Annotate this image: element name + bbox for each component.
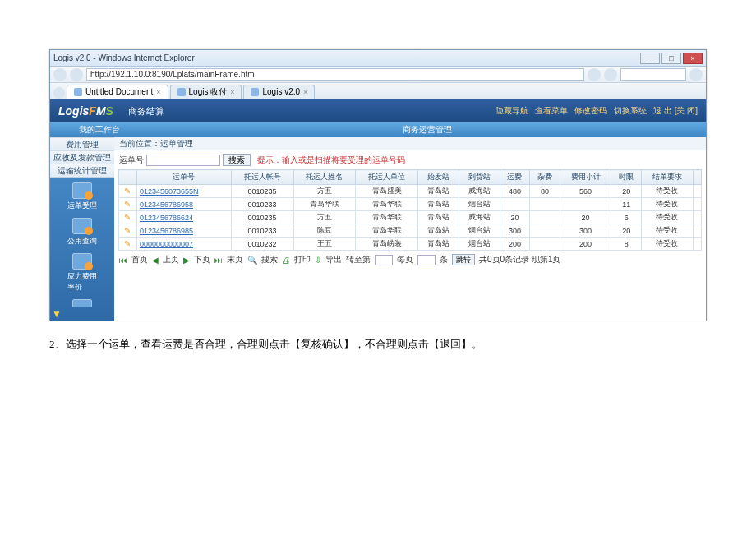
- stop-icon[interactable]: [604, 68, 617, 81]
- breadcrumb: 当前位置：运单管理: [114, 137, 706, 150]
- tab-close-icon[interactable]: ×: [303, 85, 307, 99]
- pencil-icon[interactable]: ✎: [124, 213, 131, 222]
- lim-cell: 20: [611, 224, 642, 238]
- edit-cell[interactable]: ✎: [119, 224, 137, 238]
- edit-cell[interactable]: ✎: [119, 211, 137, 224]
- tab-0[interactable]: Untitled Document×: [67, 85, 168, 99]
- sidebar-icon-settle[interactable]: 结算单: [67, 299, 97, 307]
- favorites-icon[interactable]: [53, 87, 65, 99]
- blank-cell: [693, 211, 701, 224]
- name-cell: 方五: [293, 185, 356, 198]
- edit-cell[interactable]: ✎: [119, 238, 137, 251]
- misc-cell: [530, 211, 560, 224]
- sidebar-expand-icon[interactable]: ▼: [50, 307, 114, 321]
- sidebar-icon-query[interactable]: 公用查询: [67, 218, 97, 247]
- goto-page-input[interactable]: [375, 255, 393, 265]
- search-icon[interactable]: 🔍: [247, 256, 257, 265]
- sidebar-item-stats[interactable]: 运输统计管理: [50, 164, 114, 177]
- pager-search[interactable]: 搜索: [261, 254, 278, 265]
- search-bar: 运单号 搜索 提示：输入或是扫描将要受理的运单号码: [114, 150, 706, 169]
- goto-button[interactable]: 跳转: [452, 254, 475, 265]
- link-exit[interactable]: 退 出 [关 闭]: [653, 105, 698, 117]
- link-change-pwd[interactable]: 修改密码: [574, 105, 607, 117]
- search-button[interactable]: 搜索: [223, 154, 251, 166]
- back-icon[interactable]: [53, 68, 67, 81]
- id-cell[interactable]: 0000000000007: [136, 238, 231, 251]
- last-page-icon[interactable]: ⏭: [214, 256, 223, 265]
- prev-page[interactable]: 上页: [163, 254, 179, 265]
- fee-cell: [500, 198, 530, 211]
- req-cell: 待受收: [641, 211, 693, 224]
- pencil-icon[interactable]: ✎: [124, 200, 131, 209]
- search-icon[interactable]: [689, 68, 703, 81]
- tab-2[interactable]: Logis v2.0×: [243, 85, 315, 99]
- to-cell: 威海站: [459, 211, 500, 224]
- pencil-icon[interactable]: ✎: [124, 239, 131, 248]
- tabbar: Untitled Document× Logis 收付× Logis v2.0×: [50, 83, 706, 99]
- subheader-right[interactable]: 商务运营管理: [149, 124, 706, 136]
- tab-1[interactable]: Logis 收付×: [170, 85, 242, 99]
- from-cell: 青岛站: [418, 198, 459, 211]
- edit-cell[interactable]: ✎: [119, 185, 137, 198]
- sidebar-item-receivable[interactable]: 应收及发款管理: [50, 150, 114, 164]
- tab-label: Untitled Document: [85, 85, 153, 99]
- id-cell[interactable]: 0123456786985: [136, 224, 231, 238]
- app-header: LogisFMS 商务结算 隐藏导航 查看菜单 修改密码 切换系统 退 出 [关…: [50, 99, 706, 122]
- link-switch-sys[interactable]: 切换系统: [614, 105, 647, 117]
- window-title: Logis v2.0 - Windows Internet Explorer: [53, 53, 195, 62]
- id-cell[interactable]: 0123456073655N: [136, 185, 231, 198]
- blank-cell: [693, 238, 701, 251]
- sidebar-top-menu: 费用管理 应收及发款管理 运输统计管理: [50, 137, 114, 178]
- last-page[interactable]: 末页: [227, 254, 243, 265]
- subheader-left[interactable]: 我的工作台: [50, 124, 149, 136]
- page-size-input[interactable]: [417, 255, 436, 265]
- pencil-icon[interactable]: ✎: [124, 226, 131, 235]
- prev-page-icon[interactable]: ◀: [152, 256, 159, 265]
- goto-label: 转至第: [346, 254, 371, 265]
- address-bar[interactable]: http://192.1.10.0:8190/Lplats/mainFrame.…: [86, 68, 584, 81]
- waybill-input[interactable]: [146, 155, 220, 166]
- link-hide-nav[interactable]: 隐藏导航: [496, 105, 528, 117]
- total-cell: [560, 198, 611, 211]
- table-row[interactable]: ✎00000000000070010232王五青岛崂装青岛站烟台站2002008…: [119, 238, 702, 251]
- refresh-icon[interactable]: [588, 68, 601, 81]
- document-caption: 2、选择一个运单，查看运费是否合理，合理则点击【复核确认】，不合理则点击【退回】…: [49, 337, 482, 352]
- pager-print[interactable]: 打印: [294, 254, 311, 265]
- first-page[interactable]: 首页: [131, 254, 148, 265]
- edit-cell[interactable]: ✎: [119, 198, 137, 211]
- acct-cell: 0010233: [231, 198, 293, 211]
- search-box[interactable]: [620, 68, 686, 81]
- minimize-button[interactable]: _: [640, 53, 660, 64]
- pager-export[interactable]: 导出: [325, 254, 342, 265]
- next-page[interactable]: 下页: [194, 254, 210, 265]
- table-header-row: 运单号 托运人帐号 托运人姓名 托运人单位 始发站 到货站 运费 杂费 费用小计…: [119, 170, 702, 185]
- sidebar-icon-accept[interactable]: 运单受理: [67, 182, 97, 211]
- table-row[interactable]: ✎0123456073655N0010235方五青岛盛美青岛站威海站480805…: [119, 185, 702, 198]
- sidebar-icon-rate[interactable]: 应力费用率价: [67, 253, 97, 293]
- print-icon[interactable]: 🖨: [282, 256, 290, 265]
- pencil-icon[interactable]: ✎: [124, 187, 131, 196]
- from-cell: 青岛站: [418, 224, 459, 238]
- table-row[interactable]: ✎01234567869850010233陈豆青岛华联青岛站烟台站3003002…: [119, 224, 702, 238]
- maximize-button[interactable]: □: [662, 53, 681, 64]
- forward-icon[interactable]: [70, 68, 83, 81]
- tab-close-icon[interactable]: ×: [230, 85, 234, 99]
- table-row[interactable]: ✎01234567866240010235方五青岛华联青岛站威海站20206待受…: [119, 211, 702, 224]
- from-cell: 青岛站: [418, 211, 459, 224]
- col-from: 始发站: [418, 170, 459, 185]
- next-page-icon[interactable]: ▶: [183, 256, 190, 265]
- close-button[interactable]: ×: [683, 53, 703, 64]
- search-label: 运单号: [119, 155, 144, 164]
- from-cell: 青岛站: [418, 238, 459, 251]
- sidebar-item-fee[interactable]: 费用管理: [50, 137, 114, 150]
- id-cell[interactable]: 0123456786624: [136, 211, 231, 224]
- id-cell[interactable]: 0123456786958: [136, 198, 231, 211]
- tab-close-icon[interactable]: ×: [156, 85, 160, 99]
- link-view-menu[interactable]: 查看菜单: [535, 105, 568, 117]
- export-icon[interactable]: ⇩: [315, 256, 321, 265]
- total-cell: 300: [560, 224, 611, 238]
- table-row[interactable]: ✎01234567869580010233青岛华联青岛华联青岛站烟台站11待受收: [119, 198, 702, 211]
- pager-summary: 共0页0条记录 现第1页: [479, 254, 560, 265]
- first-page-icon[interactable]: ⏮: [119, 256, 127, 265]
- req-cell: 待受收: [641, 238, 693, 251]
